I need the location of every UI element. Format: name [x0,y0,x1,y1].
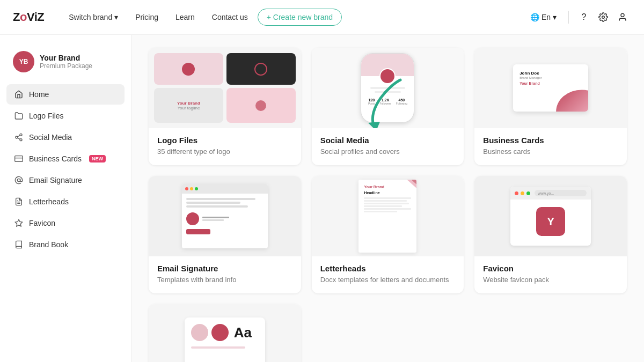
sidebar-item-label-social: Social Media [29,133,72,142]
brand-name: Your Brand [40,54,92,62]
logo-text: ZoViZ [13,10,44,24]
folder-icon [14,111,24,121]
main-content: Your BrandYour tagline Logo Files 35 dif… [131,35,644,362]
business-cards-badge: New [89,155,106,162]
sidebar: YB Your Brand Premium Package Home Logo … [0,35,131,362]
card-desc-favicon: Website favicon pack [483,275,618,285]
share-icon [14,132,24,142]
svg-point-1 [621,13,624,17]
card-title-business: Business Cards [483,136,618,145]
card-thumb-letter: Your Brand Headline [312,176,464,256]
sidebar-item-favicon[interactable]: Favicon [6,213,125,233]
card-title-logo: Logo Files [157,136,292,145]
card-thumb-email [149,176,301,256]
card-thumb-brandbook: Aa [149,304,301,362]
card-title-email: Email Signature [157,264,292,273]
card-business-cards[interactable]: John Doe Brand Manager Your Brand Busine… [474,48,627,165]
card-desc-letter: Docx templates for letters and documents [320,275,456,285]
globe-icon: 🌐 [530,13,539,21]
home-icon [14,90,24,99]
lang-chevron-icon: ▾ [553,13,557,21]
pricing-label: Pricing [135,13,158,21]
contact-nav[interactable]: Contact us [204,9,255,26]
main-nav: Switch brand ▾ Pricing Learn Contact us … [61,9,525,26]
svg-point-0 [602,16,605,19]
card-thumb-logo: Your BrandYour tagline [149,48,301,128]
card-email-signature[interactable]: Email Signature Templates with brand inf… [149,176,301,293]
sidebar-item-label-brandbook: Brand Book [29,240,68,249]
chevron-down-icon: ▾ [114,13,118,21]
sidebar-nav: Home Logo Files Social Media Business Ca… [6,84,125,255]
card-desc-business: Business cards [483,147,618,157]
svg-point-9 [17,179,20,181]
create-brand-label: + Create new brand [267,13,333,21]
switch-brand-nav[interactable]: Switch brand ▾ [61,9,126,26]
card-body-social: Social Media Social profiles and covers [312,128,464,165]
brand-avatar: YB [13,51,34,72]
arrow-decoration [357,75,422,128]
sidebar-item-email-signature[interactable]: Email Signature [6,170,125,190]
card-thumb-favicon: www.yo... Y [474,176,627,256]
sidebar-item-letterheads[interactable]: Letterheads [6,191,125,212]
help-icon[interactable]: ? [575,9,592,26]
create-brand-button[interactable]: + Create new brand [258,9,342,26]
sidebar-item-label-cards: Business Cards [29,154,82,163]
logo[interactable]: ZoViZ [13,10,44,24]
file-icon [14,197,24,206]
sidebar-item-social-media[interactable]: Social Media [6,127,125,147]
sidebar-item-logo-files[interactable]: Logo Files [6,106,125,126]
sidebar-item-label-favicon: Favicon [29,219,55,227]
card-icon [14,154,24,164]
sidebar-item-business-cards[interactable]: Business Cards New [6,149,125,169]
card-desc-logo: 35 different type of logo [157,147,292,157]
at-icon [14,175,24,185]
brand-info: Your Brand Premium Package [40,54,92,70]
card-title-favicon: Favicon [483,264,618,273]
card-favicon[interactable]: www.yo... Y Favicon Website favicon pack [474,176,627,293]
cards-grid: Your BrandYour tagline Logo Files 35 dif… [149,48,627,362]
switch-brand-label: Switch brand [69,13,112,21]
card-title-social: Social Media [320,136,456,145]
svg-marker-13 [368,122,380,128]
sidebar-item-home[interactable]: Home [6,84,125,105]
svg-line-6 [18,135,20,137]
svg-rect-7 [15,156,23,162]
card-social-media[interactable]: 128Posts 1.2KFollowers 450Following [312,48,464,165]
svg-point-3 [16,136,18,138]
lang-label: En [541,13,551,21]
sidebar-item-label-logo: Logo Files [29,112,64,120]
card-body-letter: Letterheads Docx templates for letters a… [312,256,464,293]
language-selector[interactable]: 🌐 En ▾ [525,10,562,25]
card-thumb-social: 128Posts 1.2KFollowers 450Following [312,48,464,128]
brand-profile: YB Your Brand Premium Package [6,46,125,78]
settings-icon[interactable] [595,9,612,26]
sidebar-item-label-email: Email Signature [29,176,82,184]
card-body-favicon: Favicon Website favicon pack [474,256,627,293]
card-body-email: Email Signature Templates with brand inf… [149,256,301,293]
svg-line-5 [18,138,20,139]
pricing-nav[interactable]: Pricing [128,9,166,26]
learn-nav[interactable]: Learn [168,9,202,26]
header-divider [568,11,569,24]
user-icon[interactable] [614,9,631,26]
svg-marker-12 [15,219,22,226]
card-title-letter: Letterheads [320,264,456,273]
main-layout: YB Your Brand Premium Package Home Logo … [0,0,644,362]
book-icon [14,240,24,249]
card-desc-social: Social profiles and covers [320,147,456,157]
star-icon [14,218,24,228]
card-logo-files[interactable]: Your BrandYour tagline Logo Files 35 dif… [149,48,301,165]
svg-point-4 [20,139,22,141]
brand-package: Premium Package [40,62,92,70]
card-desc-email: Templates with brand info [157,275,292,285]
card-body-business: Business Cards Business cards [474,128,627,165]
card-body-logo: Logo Files 35 different type of logo [149,128,301,165]
svg-point-2 [20,134,22,136]
card-brand-book[interactable]: Aa Brand Book The identity guide of your… [149,304,301,362]
card-letterheads[interactable]: Your Brand Headline [312,176,464,293]
card-thumb-business: John Doe Brand Manager Your Brand [474,48,627,128]
header-right: 🌐 En ▾ ? [525,9,631,26]
sidebar-item-label-letter: Letterheads [29,197,69,206]
sidebar-item-brand-book[interactable]: Brand Book [6,234,125,255]
sidebar-item-label-home: Home [29,90,49,99]
